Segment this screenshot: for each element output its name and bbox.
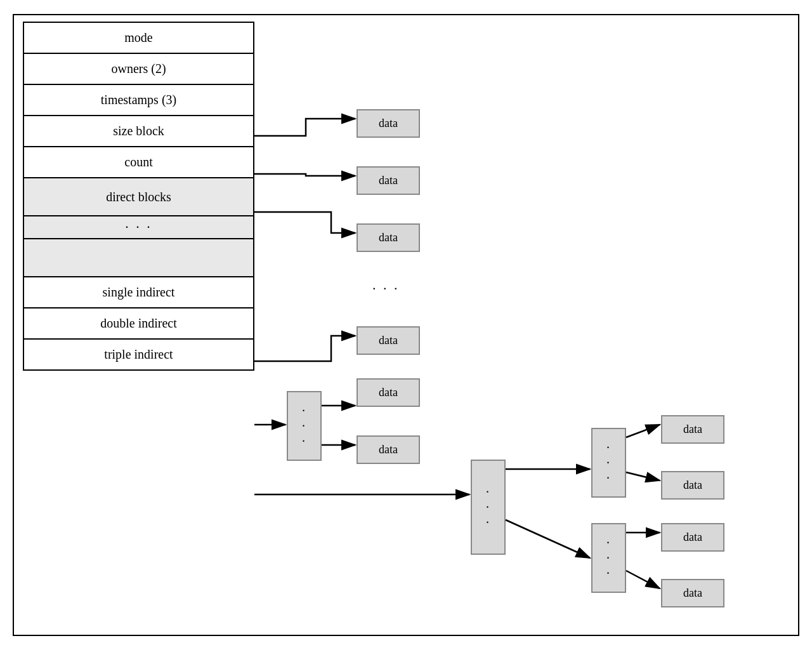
inode-single-indirect: single indirect [23,276,254,307]
inode-table: mode owners (2) timestamps (3) size bloc… [23,22,254,371]
data-block-9: data [661,523,724,552]
diagram-container: mode owners (2) timestamps (3) size bloc… [13,14,799,636]
data-block-5: data [357,378,420,407]
ptr-dots-3: ··· [606,440,611,486]
ptr-dots-4: ··· [606,535,611,581]
data-block-2: data [357,166,420,195]
data-block-6: data [357,435,420,464]
inode-mode: mode [23,22,254,53]
data-block-10: data [661,579,724,607]
ptr-dots-2: ··· [486,484,490,530]
inode-size-block: size block [23,115,254,146]
inode-timestamps: timestamps (3) [23,84,254,115]
inode-direct-bottom [23,238,254,276]
inode-direct-dots: · · · [23,215,254,238]
data-dots-middle: · · · [372,281,400,297]
data-block-3: data [357,223,420,252]
data-block-1: data [357,109,420,138]
double-indirect-ptr-block-r1: ··· [591,428,626,498]
double-indirect-ptr-block-l1: ··· [471,460,506,555]
data-block-7: data [661,415,724,444]
inode-direct-blocks: direct blocks [23,177,254,215]
inode-count: count [23,146,254,177]
double-indirect-ptr-block-r2: ··· [591,523,626,593]
inode-double-indirect: double indirect [23,307,254,338]
single-indirect-ptr-block: ··· [287,391,322,461]
data-block-8: data [661,471,724,500]
data-block-4: data [357,326,420,355]
ptr-dots-1: ··· [302,403,306,449]
inode-triple-indirect: triple indirect [23,338,254,371]
inode-owners: owners (2) [23,53,254,84]
